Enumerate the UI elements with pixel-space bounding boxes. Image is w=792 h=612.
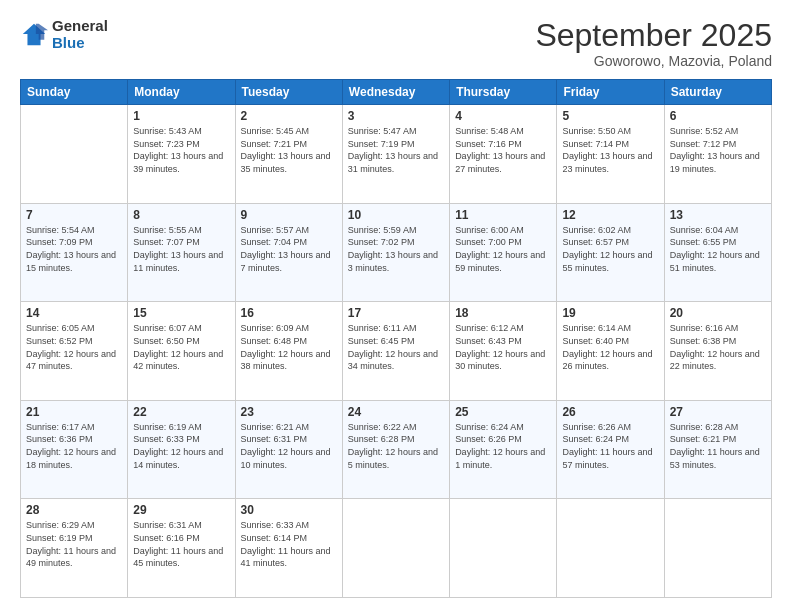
day-number: 17 xyxy=(348,306,444,320)
day-number: 30 xyxy=(241,503,337,517)
logo-general-label: General xyxy=(52,18,108,35)
day-number: 29 xyxy=(133,503,229,517)
day-number: 23 xyxy=(241,405,337,419)
day-info: Sunrise: 6:29 AMSunset: 6:19 PMDaylight:… xyxy=(26,519,122,569)
day-number: 20 xyxy=(670,306,766,320)
day-number: 19 xyxy=(562,306,658,320)
logo-blue-label: Blue xyxy=(52,35,108,52)
table-row: 16Sunrise: 6:09 AMSunset: 6:48 PMDayligh… xyxy=(235,302,342,401)
table-row: 22Sunrise: 6:19 AMSunset: 6:33 PMDayligh… xyxy=(128,400,235,499)
table-row: 23Sunrise: 6:21 AMSunset: 6:31 PMDayligh… xyxy=(235,400,342,499)
day-number: 26 xyxy=(562,405,658,419)
day-info: Sunrise: 6:16 AMSunset: 6:38 PMDaylight:… xyxy=(670,322,766,372)
day-number: 21 xyxy=(26,405,122,419)
day-info: Sunrise: 6:21 AMSunset: 6:31 PMDaylight:… xyxy=(241,421,337,471)
day-number: 10 xyxy=(348,208,444,222)
day-number: 4 xyxy=(455,109,551,123)
day-info: Sunrise: 6:11 AMSunset: 6:45 PMDaylight:… xyxy=(348,322,444,372)
day-number: 6 xyxy=(670,109,766,123)
day-info: Sunrise: 6:05 AMSunset: 6:52 PMDaylight:… xyxy=(26,322,122,372)
table-row: 21Sunrise: 6:17 AMSunset: 6:36 PMDayligh… xyxy=(21,400,128,499)
day-number: 12 xyxy=(562,208,658,222)
calendar-week-row: 21Sunrise: 6:17 AMSunset: 6:36 PMDayligh… xyxy=(21,400,772,499)
table-row: 14Sunrise: 6:05 AMSunset: 6:52 PMDayligh… xyxy=(21,302,128,401)
table-row: 6Sunrise: 5:52 AMSunset: 7:12 PMDaylight… xyxy=(664,105,771,204)
table-row: 26Sunrise: 6:26 AMSunset: 6:24 PMDayligh… xyxy=(557,400,664,499)
calendar-title: September 2025 xyxy=(535,18,772,53)
col-friday: Friday xyxy=(557,80,664,105)
table-row: 1Sunrise: 5:43 AMSunset: 7:23 PMDaylight… xyxy=(128,105,235,204)
table-row: 20Sunrise: 6:16 AMSunset: 6:38 PMDayligh… xyxy=(664,302,771,401)
table-row: 27Sunrise: 6:28 AMSunset: 6:21 PMDayligh… xyxy=(664,400,771,499)
day-number: 11 xyxy=(455,208,551,222)
table-row: 28Sunrise: 6:29 AMSunset: 6:19 PMDayligh… xyxy=(21,499,128,598)
calendar-week-row: 7Sunrise: 5:54 AMSunset: 7:09 PMDaylight… xyxy=(21,203,772,302)
table-row: 12Sunrise: 6:02 AMSunset: 6:57 PMDayligh… xyxy=(557,203,664,302)
day-info: Sunrise: 6:24 AMSunset: 6:26 PMDaylight:… xyxy=(455,421,551,471)
table-row: 17Sunrise: 6:11 AMSunset: 6:45 PMDayligh… xyxy=(342,302,449,401)
logo: General Blue xyxy=(20,18,108,51)
table-row: 13Sunrise: 6:04 AMSunset: 6:55 PMDayligh… xyxy=(664,203,771,302)
day-number: 8 xyxy=(133,208,229,222)
page: General Blue September 2025 Goworowo, Ma… xyxy=(0,0,792,612)
day-number: 2 xyxy=(241,109,337,123)
table-row: 9Sunrise: 5:57 AMSunset: 7:04 PMDaylight… xyxy=(235,203,342,302)
logo-icon xyxy=(20,21,48,49)
day-number: 3 xyxy=(348,109,444,123)
table-row: 11Sunrise: 6:00 AMSunset: 7:00 PMDayligh… xyxy=(450,203,557,302)
day-info: Sunrise: 5:52 AMSunset: 7:12 PMDaylight:… xyxy=(670,125,766,175)
title-block: September 2025 Goworowo, Mazovia, Poland xyxy=(535,18,772,69)
day-info: Sunrise: 6:19 AMSunset: 6:33 PMDaylight:… xyxy=(133,421,229,471)
day-number: 25 xyxy=(455,405,551,419)
day-info: Sunrise: 6:31 AMSunset: 6:16 PMDaylight:… xyxy=(133,519,229,569)
table-row: 18Sunrise: 6:12 AMSunset: 6:43 PMDayligh… xyxy=(450,302,557,401)
table-row: 10Sunrise: 5:59 AMSunset: 7:02 PMDayligh… xyxy=(342,203,449,302)
day-info: Sunrise: 6:07 AMSunset: 6:50 PMDaylight:… xyxy=(133,322,229,372)
day-number: 24 xyxy=(348,405,444,419)
day-info: Sunrise: 5:47 AMSunset: 7:19 PMDaylight:… xyxy=(348,125,444,175)
table-row: 24Sunrise: 6:22 AMSunset: 6:28 PMDayligh… xyxy=(342,400,449,499)
day-info: Sunrise: 6:33 AMSunset: 6:14 PMDaylight:… xyxy=(241,519,337,569)
table-row: 4Sunrise: 5:48 AMSunset: 7:16 PMDaylight… xyxy=(450,105,557,204)
day-info: Sunrise: 5:50 AMSunset: 7:14 PMDaylight:… xyxy=(562,125,658,175)
table-row xyxy=(21,105,128,204)
day-number: 5 xyxy=(562,109,658,123)
day-info: Sunrise: 5:55 AMSunset: 7:07 PMDaylight:… xyxy=(133,224,229,274)
calendar-week-row: 14Sunrise: 6:05 AMSunset: 6:52 PMDayligh… xyxy=(21,302,772,401)
table-row xyxy=(342,499,449,598)
col-monday: Monday xyxy=(128,80,235,105)
table-row: 5Sunrise: 5:50 AMSunset: 7:14 PMDaylight… xyxy=(557,105,664,204)
table-row: 2Sunrise: 5:45 AMSunset: 7:21 PMDaylight… xyxy=(235,105,342,204)
day-info: Sunrise: 6:09 AMSunset: 6:48 PMDaylight:… xyxy=(241,322,337,372)
day-number: 9 xyxy=(241,208,337,222)
col-sunday: Sunday xyxy=(21,80,128,105)
day-info: Sunrise: 5:43 AMSunset: 7:23 PMDaylight:… xyxy=(133,125,229,175)
calendar-location: Goworowo, Mazovia, Poland xyxy=(535,53,772,69)
day-info: Sunrise: 5:59 AMSunset: 7:02 PMDaylight:… xyxy=(348,224,444,274)
calendar-table: Sunday Monday Tuesday Wednesday Thursday… xyxy=(20,79,772,598)
table-row: 29Sunrise: 6:31 AMSunset: 6:16 PMDayligh… xyxy=(128,499,235,598)
table-row xyxy=(557,499,664,598)
day-number: 28 xyxy=(26,503,122,517)
day-info: Sunrise: 6:04 AMSunset: 6:55 PMDaylight:… xyxy=(670,224,766,274)
calendar-week-row: 1Sunrise: 5:43 AMSunset: 7:23 PMDaylight… xyxy=(21,105,772,204)
table-row: 3Sunrise: 5:47 AMSunset: 7:19 PMDaylight… xyxy=(342,105,449,204)
day-number: 7 xyxy=(26,208,122,222)
day-info: Sunrise: 6:14 AMSunset: 6:40 PMDaylight:… xyxy=(562,322,658,372)
table-row: 15Sunrise: 6:07 AMSunset: 6:50 PMDayligh… xyxy=(128,302,235,401)
day-info: Sunrise: 5:48 AMSunset: 7:16 PMDaylight:… xyxy=(455,125,551,175)
day-info: Sunrise: 5:45 AMSunset: 7:21 PMDaylight:… xyxy=(241,125,337,175)
table-row xyxy=(664,499,771,598)
day-info: Sunrise: 6:00 AMSunset: 7:00 PMDaylight:… xyxy=(455,224,551,274)
day-info: Sunrise: 6:02 AMSunset: 6:57 PMDaylight:… xyxy=(562,224,658,274)
day-info: Sunrise: 6:26 AMSunset: 6:24 PMDaylight:… xyxy=(562,421,658,471)
day-number: 15 xyxy=(133,306,229,320)
col-saturday: Saturday xyxy=(664,80,771,105)
day-number: 16 xyxy=(241,306,337,320)
header-row: Sunday Monday Tuesday Wednesday Thursday… xyxy=(21,80,772,105)
col-tuesday: Tuesday xyxy=(235,80,342,105)
table-row: 19Sunrise: 6:14 AMSunset: 6:40 PMDayligh… xyxy=(557,302,664,401)
day-number: 18 xyxy=(455,306,551,320)
day-number: 1 xyxy=(133,109,229,123)
day-info: Sunrise: 6:12 AMSunset: 6:43 PMDaylight:… xyxy=(455,322,551,372)
